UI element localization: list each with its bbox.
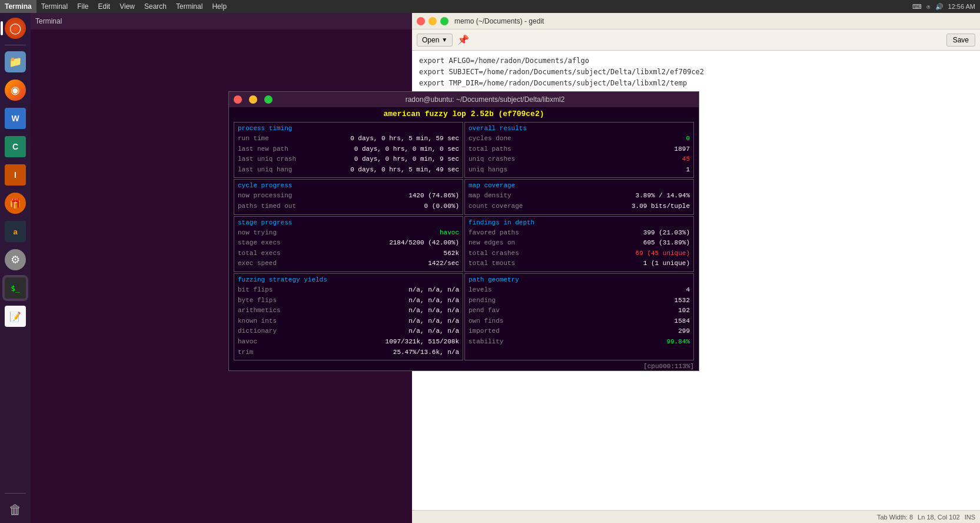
app-name[interactable]: Termina: [0, 0, 36, 13]
afl-minimize-button[interactable]: [249, 95, 257, 104]
overall-results-title: overall results: [469, 125, 690, 132]
top-menubar: Termina Terminal File Edit View Search T…: [0, 0, 980, 13]
menu-view[interactable]: View: [115, 0, 139, 13]
sidebar-item-firefox[interactable]: ◉: [2, 77, 28, 103]
afl-content: american fuzzy lop 2.52b (ef709ce2) proc…: [229, 107, 699, 370]
sidebar-divider-bottom: [5, 493, 26, 494]
afl-maximize-button[interactable]: [264, 95, 273, 104]
total-execs-row: total execs 562k: [238, 249, 459, 259]
imported-row: imported 299: [469, 326, 690, 337]
settings-icon: ⚙: [5, 249, 26, 270]
sidebar-item-amazon[interactable]: a: [2, 219, 28, 244]
dictionary-label: dictionary: [238, 326, 277, 337]
now-processing-label: now processing: [238, 191, 292, 201]
pend-fav-value: 102: [678, 306, 690, 316]
afl-header: american fuzzy lop 2.52b (ef709ce2): [234, 110, 694, 118]
clock: 12:56 AM: [948, 3, 975, 10]
levels-label: levels: [469, 285, 492, 296]
sidebar-item-ubuntu[interactable]: ◯: [2, 15, 28, 41]
fuzzing-strategy-panel: fuzzing strategy yields bit flips n/a, n…: [234, 273, 463, 360]
gedit-minimize-button[interactable]: [428, 17, 437, 25]
trim-label: trim: [238, 347, 253, 358]
bit-flips-label: bit flips: [238, 285, 273, 296]
sidebar-item-writer[interactable]: W: [2, 105, 28, 131]
map-density-row: map density 3.89% / 14.94%: [469, 191, 690, 201]
keyboard-icon: ⌨: [912, 3, 922, 11]
pending-label: pending: [469, 296, 496, 306]
gedit-pin-button[interactable]: 📌: [457, 34, 469, 45]
sidebar-item-impress[interactable]: I: [2, 162, 28, 188]
terminal-bg-title: Terminal: [35, 17, 62, 25]
gedit-titlebar: memo (~/Documents) - gedit: [412, 13, 980, 29]
menu-terminal2[interactable]: Terminal: [171, 0, 207, 13]
stability-row: stability 99.84%: [469, 337, 690, 347]
system-tray: ⌨ ⍟ 🔊 12:56 AM: [912, 3, 980, 11]
findings-in-depth-panel: findings in depth favored paths 399 (21.…: [464, 216, 694, 272]
open-label: Open: [422, 36, 439, 44]
sidebar-item-terminal[interactable]: $_: [2, 275, 28, 301]
map-coverage-panel: map coverage map density 3.89% / 14.94% …: [464, 179, 694, 214]
last-new-path-row: last new path 0 days, 0 hrs, 0 min, 0 se…: [238, 144, 459, 155]
sidebar-item-trash[interactable]: 🗑: [2, 497, 28, 523]
desktop: Termina Terminal File Edit View Search T…: [0, 0, 980, 523]
arithmetics-row: arithmetics n/a, n/a, n/a: [238, 306, 459, 316]
amazon-icon: a: [5, 221, 26, 242]
sidebar-item-store[interactable]: 🎁: [2, 190, 28, 216]
paths-timed-out-label: paths timed out: [238, 201, 296, 212]
sidebar-item-settings[interactable]: ⚙: [2, 247, 28, 273]
menu-terminal[interactable]: Terminal: [36, 0, 72, 13]
terminal-bg-content: [31, 29, 454, 37]
havoc-label: havoc: [238, 337, 257, 347]
calc-icon: C: [5, 136, 26, 157]
total-execs-value: 562k: [444, 249, 459, 259]
menu-help[interactable]: Help: [207, 0, 231, 13]
total-paths-value: 1897: [675, 144, 690, 155]
arithmetics-value: n/a, n/a, n/a: [408, 306, 459, 316]
gedit-open-button[interactable]: Open ▼: [417, 34, 453, 47]
own-finds-value: 1584: [675, 316, 690, 327]
gedit-save-button[interactable]: Save: [946, 34, 975, 47]
tab-width[interactable]: Tab Width: 8: [877, 514, 913, 521]
uniq-hangs-row: uniq hangs 1: [469, 165, 690, 176]
uniq-hangs-value: 1: [686, 165, 690, 176]
gedit-maximize-button[interactable]: [440, 17, 449, 25]
last-uniq-crash-label: last uniq crash: [238, 154, 296, 165]
cycles-done-label: cycles done: [469, 134, 511, 144]
sidebar-item-files[interactable]: 📁: [2, 49, 28, 75]
total-crashes-value: 69 (45 unique): [636, 249, 690, 259]
sidebar: ◯ 📁 ◉ W C I 🎁 a ⚙ $_ 📝: [0, 13, 31, 523]
own-finds-row: own finds 1584: [469, 316, 690, 327]
pend-fav-row: pend fav 102: [469, 306, 690, 316]
last-uniq-crash-value: 0 days, 0 hrs, 0 min, 9 sec: [354, 154, 459, 165]
sidebar-item-calc[interactable]: C: [2, 134, 28, 160]
run-time-row: run time 0 days, 0 hrs, 5 min, 59 sec: [238, 134, 459, 144]
cycle-progress-title: cycle progress: [238, 182, 459, 189]
sidebar-item-gedit[interactable]: 📝: [2, 303, 28, 329]
terminal-icon: $_: [5, 277, 26, 299]
afl-close-button[interactable]: [234, 95, 242, 104]
exec-speed-row: exec speed 1422/sec: [238, 259, 459, 269]
total-tmouts-row: total tmouts 1 (1 unique): [469, 259, 690, 269]
total-execs-label: total execs: [238, 249, 281, 259]
gedit-wm-buttons: [417, 17, 449, 25]
menu-file[interactable]: File: [72, 0, 93, 13]
findings-in-depth-title: findings in depth: [469, 219, 690, 226]
gedit-title: memo (~/Documents) - gedit: [454, 17, 544, 25]
files-icon: 📁: [5, 51, 26, 72]
new-edges-on-label: new edges on: [469, 238, 515, 249]
menu-search[interactable]: Search: [139, 0, 171, 13]
known-ints-value: n/a, n/a, n/a: [408, 316, 459, 327]
chevron-down-icon: ▼: [441, 37, 447, 43]
byte-flips-value: n/a, n/a, n/a: [408, 296, 459, 306]
total-crashes-row: total crashes 69 (45 unique): [469, 249, 690, 259]
now-trying-row: now trying havoc: [238, 228, 459, 239]
last-new-path-value: 0 days, 0 hrs, 0 min, 0 sec: [354, 144, 459, 155]
ubuntu-icon: ◯: [5, 18, 26, 39]
stability-label: stability: [469, 337, 503, 347]
gedit-close-button[interactable]: [417, 17, 425, 25]
afl-titlebar: radon@ubuntu: ~/Documents/subject/Delta/…: [229, 92, 699, 107]
count-coverage-value: 3.09 bits/tuple: [632, 201, 690, 212]
gedit-statusbar: Tab Width: 8 Ln 18, Col 102 INS: [412, 510, 980, 523]
map-density-label: map density: [469, 191, 511, 201]
menu-edit[interactable]: Edit: [94, 0, 115, 13]
